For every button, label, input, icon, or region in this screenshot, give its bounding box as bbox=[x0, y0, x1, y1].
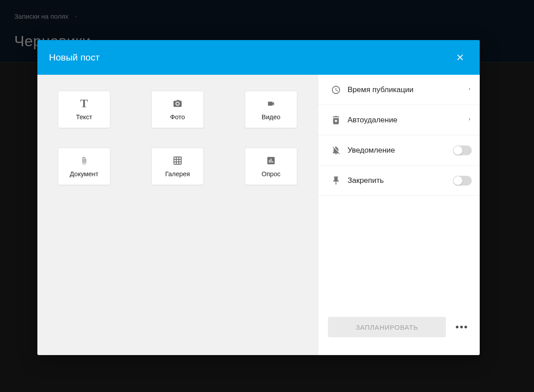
bell-off-icon bbox=[328, 145, 344, 155]
tile-text[interactable]: T Текст bbox=[58, 91, 110, 128]
setting-publish-time[interactable]: Время публикации bbox=[318, 75, 480, 105]
attachment-icon bbox=[78, 155, 90, 166]
poll-icon bbox=[265, 155, 277, 166]
tile-label: Фото bbox=[170, 113, 185, 121]
chevron-right-icon bbox=[467, 85, 472, 94]
schedule-button[interactable]: ЗАПЛАНИРОВАТЬ bbox=[328, 317, 446, 337]
new-post-modal: Новый пост T Текст Фото bbox=[37, 40, 480, 355]
tile-photo[interactable]: Фото bbox=[151, 91, 204, 128]
pin-icon bbox=[328, 176, 344, 186]
video-icon bbox=[265, 98, 277, 109]
setting-label: Уведомление bbox=[348, 146, 453, 155]
clock-icon bbox=[328, 85, 344, 95]
setting-label: Автоудаление bbox=[348, 116, 467, 125]
tile-label: Опрос bbox=[262, 170, 281, 178]
content-type-panel: T Текст Фото Видео bbox=[37, 75, 318, 355]
setting-label: Время публикации bbox=[348, 85, 467, 94]
setting-notification: Уведомление bbox=[318, 135, 480, 166]
more-icon: ••• bbox=[455, 321, 468, 333]
tile-label: Текст bbox=[76, 113, 93, 121]
close-icon bbox=[455, 53, 465, 62]
schedule-button-label: ЗАПЛАНИРОВАТЬ bbox=[356, 323, 418, 331]
auto-delete-icon bbox=[328, 115, 344, 125]
more-button[interactable]: ••• bbox=[454, 319, 470, 335]
setting-label: Закрепить bbox=[348, 176, 453, 185]
tile-gallery[interactable]: Галерея bbox=[151, 148, 204, 185]
title-icon: T bbox=[78, 98, 90, 109]
tile-label: Документ bbox=[70, 170, 98, 178]
tile-label: Видео bbox=[262, 113, 280, 121]
pin-toggle[interactable] bbox=[453, 176, 472, 186]
modal-header: Новый пост bbox=[37, 40, 480, 75]
setting-auto-delete[interactable]: Автоудаление bbox=[318, 105, 480, 135]
grid-icon bbox=[171, 155, 184, 166]
close-button[interactable] bbox=[452, 49, 468, 65]
tile-poll[interactable]: Опрос bbox=[245, 148, 297, 185]
camera-icon bbox=[171, 98, 184, 109]
tile-document[interactable]: Документ bbox=[58, 148, 110, 185]
modal-title: Новый пост bbox=[49, 52, 100, 63]
tile-video[interactable]: Видео bbox=[245, 91, 297, 128]
chevron-right-icon bbox=[467, 116, 472, 125]
notification-toggle[interactable] bbox=[453, 145, 472, 155]
settings-panel: Время публикации Автоудаление Уведомлени bbox=[318, 75, 480, 355]
tile-label: Галерея bbox=[165, 170, 190, 178]
setting-pin: Закрепить bbox=[318, 166, 480, 196]
